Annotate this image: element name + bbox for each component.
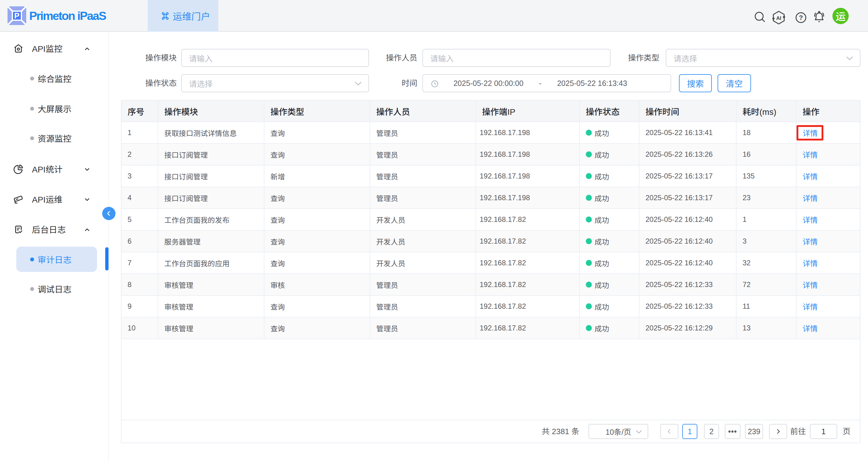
svg-text:?: ? [799,14,803,22]
svg-text:AI: AI [776,16,781,21]
svg-text:P: P [14,11,19,20]
